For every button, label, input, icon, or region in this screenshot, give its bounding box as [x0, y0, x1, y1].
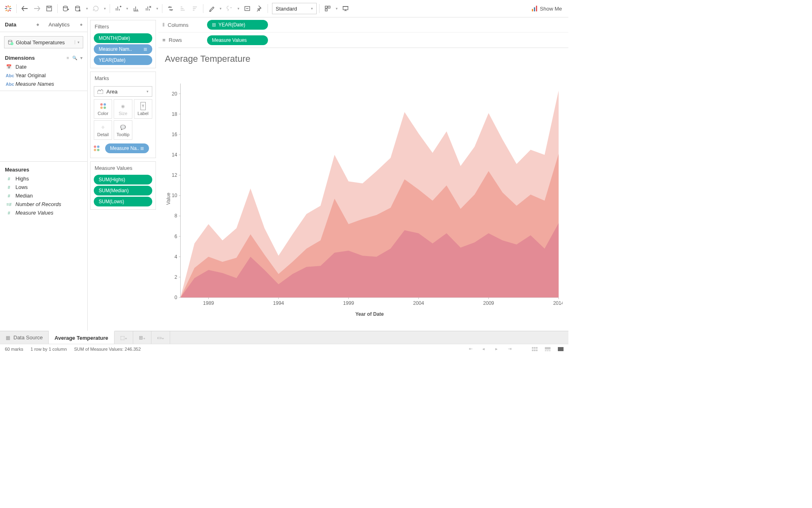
prev-icon[interactable]: ◂	[481, 346, 486, 352]
filter-measure-names[interactable]: Measure Nam..≣	[94, 44, 152, 54]
columns-icon: ⦀	[162, 22, 164, 28]
chevron-down-icon[interactable]: ▾	[80, 56, 82, 60]
show-me-label: Show Me	[540, 6, 562, 12]
tab-datasource[interactable]: ▦Data Source	[0, 331, 49, 344]
chevron-down-icon[interactable]: ▾	[75, 40, 80, 44]
duplicate-icon[interactable]	[130, 3, 142, 14]
show-me-button[interactable]: Show Me	[528, 6, 566, 12]
datasource-icon: ▦	[6, 335, 10, 341]
last-icon[interactable]: ⇥	[507, 346, 512, 352]
view-list-icon[interactable]: ≡	[67, 56, 69, 60]
measures-header: Measures	[0, 164, 87, 174]
mv-median[interactable]: SUM(Median)	[94, 186, 152, 195]
svg-rect-57	[545, 350, 546, 351]
logo-icon[interactable]	[2, 3, 14, 14]
columns-pill[interactable]: ⊞YEAR(Date)	[207, 20, 268, 30]
svg-text:2004: 2004	[413, 300, 424, 306]
field-measure-names[interactable]: AbcMeasure Names	[0, 80, 87, 88]
filter-icon: ≣	[143, 46, 147, 52]
number-icon: #	[6, 193, 12, 198]
chevron-down-icon[interactable]: ▾	[334, 7, 339, 11]
new-datasource-icon[interactable]	[60, 3, 71, 14]
swap-icon[interactable]	[165, 3, 176, 14]
field-measure-values[interactable]: #Measure Values	[0, 208, 87, 217]
pin-icon[interactable]	[254, 3, 265, 14]
new-worksheet-icon[interactable]	[112, 3, 124, 14]
clear-icon[interactable]	[143, 3, 154, 14]
save-icon[interactable]	[43, 3, 55, 14]
svg-rect-10	[536, 6, 537, 11]
rows-pill[interactable]: Measure Values	[207, 35, 268, 45]
field-year-original[interactable]: AbcYear Original	[0, 71, 87, 80]
mark-size[interactable]: ◉Size	[114, 99, 132, 119]
group-icon[interactable]	[224, 3, 235, 14]
worksheet-panel: ⦀Columns ⊞YEAR(Date) ≡Rows Measure Value…	[158, 17, 568, 331]
field-highs[interactable]: #Highs	[0, 174, 87, 183]
svg-text:14: 14	[172, 152, 177, 158]
color-icon	[94, 145, 99, 151]
view-single-icon[interactable]	[558, 347, 564, 351]
view-grid-icon[interactable]	[532, 347, 538, 351]
columns-shelf[interactable]: ⦀Columns ⊞YEAR(Date)	[158, 17, 568, 33]
svg-text:16: 16	[172, 132, 177, 137]
svg-text:8: 8	[175, 213, 177, 219]
mark-type-select[interactable]: Area▾	[94, 86, 152, 97]
chevron-down-icon[interactable]: ▾	[84, 7, 89, 11]
first-icon[interactable]: ⇤	[468, 346, 473, 352]
mark-label[interactable]: TLabel	[134, 99, 152, 119]
svg-point-1	[63, 6, 67, 8]
back-icon[interactable]	[19, 3, 30, 14]
tab-data[interactable]: Data◆	[0, 17, 44, 32]
new-story-icon: ▭₊	[157, 335, 164, 341]
svg-rect-56	[545, 347, 551, 350]
field-lows[interactable]: #Lows	[0, 183, 87, 191]
pause-data-icon[interactable]	[72, 3, 84, 14]
sort-asc-icon[interactable]	[177, 3, 188, 14]
chevron-down-icon[interactable]: ▾	[125, 7, 130, 11]
rows-shelf[interactable]: ≡Rows Measure Values	[158, 33, 568, 48]
field-median[interactable]: #Median	[0, 191, 87, 200]
next-icon[interactable]: ▸	[494, 346, 499, 352]
number-icon: #	[6, 176, 12, 181]
chart[interactable]: Value 0246810121416182019891994199920042…	[164, 68, 563, 329]
color-encoding-pill[interactable]: Measure Na..≣	[105, 143, 149, 153]
cards-icon[interactable]	[322, 3, 333, 14]
new-sheet-button[interactable]: ⬚₊	[114, 331, 133, 344]
search-icon[interactable]: 🔍	[72, 56, 77, 60]
sort-desc-icon[interactable]	[189, 3, 201, 14]
mark-color[interactable]: Color	[94, 99, 112, 119]
label-icon[interactable]	[242, 3, 253, 14]
refresh-icon[interactable]	[90, 3, 102, 14]
date-icon: 📅	[6, 64, 12, 69]
filter-year[interactable]: YEAR(Date)	[94, 55, 152, 65]
filter-month[interactable]: MONTH(Date)	[94, 33, 152, 43]
presentation-icon[interactable]	[340, 3, 351, 14]
mark-tooltip[interactable]: 💬Tooltip	[114, 120, 132, 140]
svg-rect-58	[547, 350, 549, 351]
svg-text:0: 0	[175, 295, 177, 300]
datasource-select[interactable]: Global Temperatures ▾	[4, 36, 83, 48]
highlight-icon[interactable]	[206, 3, 217, 14]
measure-values-card: Measure Values SUM(Highs) SUM(Median) SU…	[90, 161, 156, 210]
forward-icon[interactable]	[31, 3, 43, 14]
fit-dropdown[interactable]: Standard▾	[272, 3, 317, 14]
text-icon: Abc	[6, 73, 12, 78]
view-filmstrip-icon[interactable]	[545, 347, 551, 351]
tab-analytics[interactable]: Analytics◆	[44, 17, 88, 32]
tab-sheet[interactable]: Average Temperature	[49, 331, 114, 344]
mv-lows[interactable]: SUM(Lows)	[94, 197, 152, 206]
chevron-down-icon[interactable]: ▾	[155, 7, 160, 11]
new-story-button[interactable]: ▭₊	[151, 331, 170, 344]
mv-highs[interactable]: SUM(Highs)	[94, 175, 152, 185]
svg-text:2009: 2009	[483, 300, 494, 306]
text-icon: Abc	[6, 82, 12, 87]
mark-detail[interactable]: ⁘Detail	[94, 120, 112, 140]
chevron-down-icon[interactable]: ▾	[102, 7, 107, 11]
chevron-down-icon[interactable]: ▾	[236, 7, 241, 11]
viz-title[interactable]: Average Temperature	[165, 54, 563, 64]
field-number-records[interactable]: =#Number of Records	[0, 200, 87, 208]
dimensions-header: Dimensions ≡🔍▾	[0, 52, 87, 63]
field-date[interactable]: 📅Date	[0, 63, 87, 71]
new-dashboard-button[interactable]: ⊞₊	[133, 331, 151, 344]
chevron-down-icon[interactable]: ▾	[218, 7, 223, 11]
